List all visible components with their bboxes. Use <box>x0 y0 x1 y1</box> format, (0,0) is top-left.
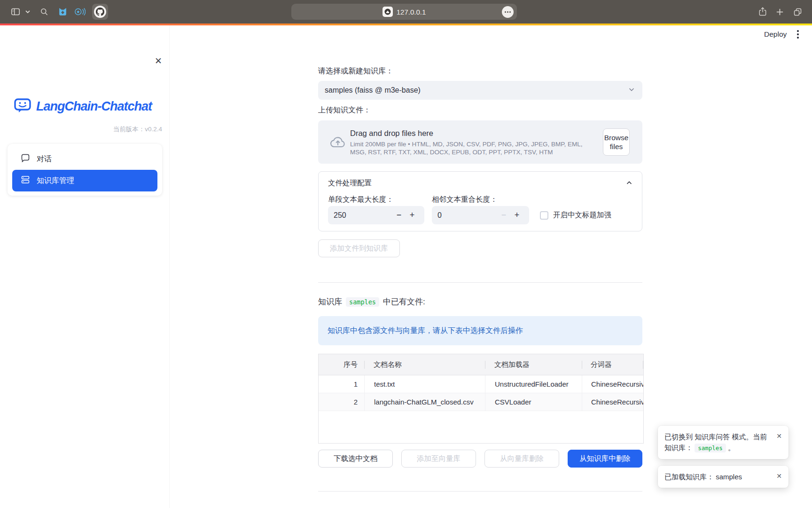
table-row[interactable]: 1 test.txt UnstructuredFileLoader Chines… <box>319 375 643 393</box>
plus-stepper-icon[interactable]: + <box>510 210 523 220</box>
kb-name-code: samples <box>346 297 379 307</box>
share-icon[interactable] <box>756 0 770 24</box>
database-stack-icon <box>21 175 30 186</box>
page-settings-icon[interactable] <box>502 6 514 18</box>
chunk-size-label: 单段文本最大长度： <box>328 195 394 205</box>
file-uploader-dropzone[interactable]: Drag and drop files here Limit 200MB per… <box>318 120 642 164</box>
delete-from-kb-button[interactable]: 从知识库中删除 <box>568 450 642 468</box>
chat-icon <box>21 153 30 165</box>
new-tab-icon[interactable] <box>773 0 787 24</box>
chat-bubble-logo-icon <box>13 96 32 117</box>
browse-files-button[interactable]: Browse files <box>603 128 630 156</box>
github-icon <box>94 6 106 18</box>
sidebar-close-icon[interactable]: ✕ <box>152 55 164 67</box>
kb-heading-suffix: 中已有文件: <box>383 296 425 307</box>
toast-kb-code: samples <box>695 444 726 452</box>
version-label: 当前版本：v0.2.4 <box>113 125 162 134</box>
cell-loader: UnstructuredFileLoader <box>485 375 582 393</box>
chunk-overlap-label: 相邻文本重合长度： <box>432 195 498 205</box>
extension-cat-icon[interactable] <box>55 0 70 24</box>
zh-title-enhance-row: 开启中文标题加强 <box>540 210 611 220</box>
tab-overview-icon[interactable] <box>790 0 804 24</box>
toast-kb-loaded: ✕ 已加载知识库： samples <box>658 466 789 488</box>
streamlit-header: Deploy <box>764 27 802 41</box>
chunk-size-value: 250 <box>334 211 392 220</box>
cell-index: 2 <box>319 393 364 411</box>
kb-files-heading: 知识库 samples 中已有文件: <box>318 296 425 307</box>
kb-heading-prefix: 知识库 <box>318 296 342 307</box>
upload-label: 上传知识文件： <box>318 105 371 115</box>
kb-select[interactable]: samples (faiss @ m3e-base) <box>318 81 642 100</box>
info-banner: 知识库中包含源文件与向量库，请从下表中选择文件后操作 <box>318 316 642 345</box>
app-logo-text: LangChain-Chatchat <box>36 99 152 114</box>
app-logo: LangChain-Chatchat <box>13 96 152 117</box>
sidebar: ✕ LangChain-Chatchat 当前版本：v0.2.4 对话 知识库管… <box>0 25 169 508</box>
nav-item-label: 知识库管理 <box>37 176 74 186</box>
column-header-splitter[interactable]: 分词器 <box>582 354 643 375</box>
expander-title[interactable]: 文件处理配置 <box>328 178 372 188</box>
nav-item-chat[interactable]: 对话 <box>12 148 157 170</box>
cloud-upload-icon <box>329 134 346 153</box>
kb-select-value: samples (faiss @ m3e-base) <box>325 86 627 95</box>
add-files-to-kb-button[interactable]: 添加文件到知识库 <box>318 239 400 257</box>
toast-text: 。 <box>728 444 735 452</box>
file-config-expander: 文件处理配置 单段文本最大长度： 相邻文本重合长度： 250 − + 0 − +… <box>318 171 642 231</box>
column-header-doc-name[interactable]: 文档名称 <box>364 354 485 375</box>
chunk-overlap-input[interactable]: 0 − + <box>432 206 529 224</box>
table-row[interactable]: 2 langchain-ChatGLM_closed.csv CSVLoader… <box>319 393 643 411</box>
cell-index: 1 <box>319 375 364 393</box>
sidebar-nav: 对话 知识库管理 <box>8 144 162 196</box>
uploader-limit-text: Limit 200MB per file • HTML, MD, JSON, C… <box>350 140 599 156</box>
chunk-size-input[interactable]: 250 − + <box>328 206 424 224</box>
site-favicon <box>383 7 393 17</box>
divider <box>318 491 642 492</box>
column-header-index[interactable]: 序号 <box>319 354 364 375</box>
search-icon[interactable] <box>38 0 51 24</box>
chunk-overlap-value: 0 <box>437 211 497 220</box>
github-tab[interactable] <box>92 4 108 20</box>
table-actions: 下载选中文档 添加至向量库 从向量库删除 从知识库中删除 <box>318 450 642 468</box>
minus-stepper-icon: − <box>497 210 510 220</box>
cell-doc-name: test.txt <box>364 375 485 393</box>
column-header-loader[interactable]: 文档加载器 <box>485 354 582 375</box>
minus-stepper-icon[interactable]: − <box>392 210 406 220</box>
close-icon[interactable]: ✕ <box>774 470 784 483</box>
toast-mode-switched: ✕ 已切换到 知识库问答 模式。当前知识库： samples 。 <box>658 426 789 459</box>
chevron-down-icon[interactable] <box>23 0 32 24</box>
sidebar-toggle-icon[interactable] <box>8 0 23 24</box>
cell-doc-name: langchain-ChatGLM_closed.csv <box>364 393 485 411</box>
divider <box>318 282 642 283</box>
close-icon[interactable]: ✕ <box>774 430 784 443</box>
add-to-vector-store-button[interactable]: 添加至向量库 <box>401 450 476 468</box>
files-table: 序号 文档名称 文档加载器 分词器 1 test.txt Unstructure… <box>318 354 644 444</box>
zh-title-enhance-label: 开启中文标题加强 <box>553 210 611 220</box>
table-header-row: 序号 文档名称 文档加载器 分词器 <box>319 354 643 375</box>
chevron-up-icon[interactable] <box>625 179 633 189</box>
nav-item-label: 对话 <box>37 154 52 164</box>
deploy-button[interactable]: Deploy <box>764 30 787 39</box>
browser-toolbar: 127.0.0.1 <box>0 0 812 24</box>
app-window: 127.0.0.1 ✕ LangChain-Chatchat 当前版本：v0.2… <box>0 0 812 508</box>
zh-title-enhance-checkbox[interactable] <box>540 211 548 220</box>
kb-select-label: 请选择或新建知识库： <box>318 66 393 76</box>
address-bar[interactable]: 127.0.0.1 <box>291 4 517 20</box>
toast-text: 已加载知识库： samples <box>664 473 742 481</box>
uploader-title: Drag and drop files here <box>350 129 433 138</box>
main-menu-icon[interactable] <box>794 27 802 41</box>
cell-splitter: ChineseRecursiveT <box>582 393 643 411</box>
cell-splitter: ChineseRecursiveT <box>582 375 643 393</box>
url-text: 127.0.0.1 <box>397 8 426 16</box>
plus-stepper-icon[interactable]: + <box>406 210 419 220</box>
extension-ripple-star-icon[interactable] <box>72 0 87 24</box>
delete-from-vector-store-button[interactable]: 从向量库删除 <box>484 450 559 468</box>
download-selected-button[interactable]: 下载选中文档 <box>318 450 393 468</box>
select-chevron-down-icon <box>627 85 636 95</box>
nav-item-knowledge-base[interactable]: 知识库管理 <box>12 170 157 191</box>
cell-loader: CSVLoader <box>485 393 582 411</box>
